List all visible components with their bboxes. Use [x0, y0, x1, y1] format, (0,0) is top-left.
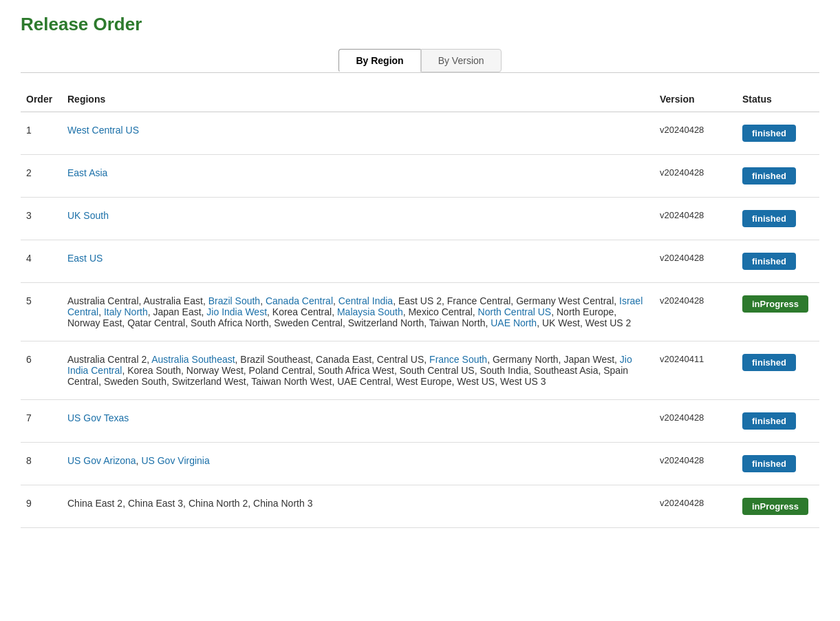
- region-link[interactable]: US Gov Virginia: [141, 455, 209, 466]
- cell-status: finished: [737, 400, 819, 443]
- region-text: , East US 2, France Central, Germany Wes…: [393, 295, 619, 306]
- region-text: ,: [98, 306, 104, 317]
- cell-regions: UK South: [62, 198, 654, 240]
- cell-version: v20240428: [654, 240, 737, 283]
- cell-status: finished: [737, 341, 819, 400]
- status-badge: inProgress: [742, 295, 808, 313]
- region-link[interactable]: UK South: [67, 210, 109, 221]
- cell-order: 3: [21, 198, 62, 240]
- cell-regions: US Gov Texas: [62, 400, 654, 443]
- region-link[interactable]: East US: [67, 253, 103, 264]
- region-link[interactable]: North Central US: [478, 306, 552, 317]
- region-link[interactable]: Brazil South: [208, 295, 260, 306]
- region-link[interactable]: France South: [429, 354, 487, 365]
- cell-order: 2: [21, 155, 62, 198]
- cell-version: v20240428: [654, 155, 737, 198]
- status-badge: finished: [742, 253, 796, 270]
- table-row: 7US Gov Texasv20240428finished: [21, 400, 819, 443]
- cell-regions: US Gov Arizona, US Gov Virginia: [62, 443, 654, 485]
- cell-order: 6: [21, 341, 62, 400]
- status-badge: finished: [742, 354, 796, 371]
- col-header-order: Order: [21, 87, 62, 112]
- cell-version: v20240428: [654, 443, 737, 485]
- region-text: , Korea Central,: [267, 306, 337, 317]
- region-text: , Australia East,: [139, 295, 208, 306]
- release-order-table: Order Regions Version Status 1West Centr…: [21, 87, 819, 528]
- region-link[interactable]: US Gov Arizona: [67, 455, 136, 466]
- region-text: Australia Central: [67, 295, 139, 306]
- region-text: , Korea South, Norway West, Poland Centr…: [67, 365, 628, 387]
- region-text: , Japan East,: [148, 306, 207, 317]
- cell-regions: China East 2, China East 3, China North …: [62, 485, 654, 528]
- status-badge: finished: [742, 167, 796, 185]
- region-text: , Brazil Southeast, Canada East, Central…: [235, 354, 429, 365]
- page-title: Release Order: [21, 14, 819, 35]
- table-row: 9China East 2, China East 3, China North…: [21, 485, 819, 528]
- cell-order: 9: [21, 485, 62, 528]
- cell-status: finished: [737, 240, 819, 283]
- table-row: 5Australia Central, Australia East, Braz…: [21, 283, 819, 341]
- region-text: China East 2, China East 3, China North …: [67, 498, 312, 509]
- region-link[interactable]: Italy North: [104, 306, 148, 317]
- cell-regions: East Asia: [62, 155, 654, 198]
- region-link[interactable]: UAE North: [491, 317, 537, 328]
- region-link[interactable]: Central India: [338, 295, 393, 306]
- cell-version: v20240428: [654, 283, 737, 341]
- status-badge: finished: [742, 455, 796, 472]
- region-link[interactable]: Canada Central: [266, 295, 333, 306]
- table-row: 8US Gov Arizona, US Gov Virginiav2024042…: [21, 443, 819, 485]
- table-row: 4East USv20240428finished: [21, 240, 819, 283]
- col-header-version: Version: [654, 87, 737, 112]
- tab-divider: [21, 72, 819, 73]
- region-text: , Mexico Central,: [403, 306, 478, 317]
- region-link[interactable]: East Asia: [67, 167, 107, 178]
- cell-status: finished: [737, 112, 819, 155]
- table-row: 6Australia Central 2, Australia Southeas…: [21, 341, 819, 400]
- cell-version: v20240428: [654, 198, 737, 240]
- cell-status: finished: [737, 443, 819, 485]
- cell-version: v20240428: [654, 112, 737, 155]
- cell-regions: West Central US: [62, 112, 654, 155]
- region-link[interactable]: Malaysia South: [337, 306, 403, 317]
- status-badge: finished: [742, 210, 796, 227]
- cell-order: 8: [21, 443, 62, 485]
- cell-order: 1: [21, 112, 62, 155]
- region-link[interactable]: West Central US: [67, 125, 139, 136]
- status-badge: finished: [742, 412, 796, 430]
- cell-order: 5: [21, 283, 62, 341]
- region-text: , UK West, West US 2: [537, 317, 631, 328]
- region-text: , Germany North, Japan West,: [487, 354, 620, 365]
- cell-order: 7: [21, 400, 62, 443]
- tab-by-region[interactable]: By Region: [338, 49, 420, 72]
- cell-status: finished: [737, 155, 819, 198]
- status-badge: finished: [742, 125, 796, 142]
- tab-by-version[interactable]: By Version: [421, 49, 502, 72]
- region-text: Australia Central 2: [67, 354, 147, 365]
- cell-status: finished: [737, 198, 819, 240]
- region-link[interactable]: Jio India West: [206, 306, 267, 317]
- table-row: 1West Central USv20240428finished: [21, 112, 819, 155]
- table-header-row: Order Regions Version Status: [21, 87, 819, 112]
- cell-version: v20240428: [654, 400, 737, 443]
- region-link[interactable]: US Gov Texas: [67, 412, 129, 423]
- table-row: 2East Asiav20240428finished: [21, 155, 819, 198]
- region-text: ,: [260, 295, 266, 306]
- cell-order: 4: [21, 240, 62, 283]
- cell-regions: East US: [62, 240, 654, 283]
- cell-status: inProgress: [737, 283, 819, 341]
- cell-version: v20240428: [654, 485, 737, 528]
- cell-regions: Australia Central, Australia East, Brazi…: [62, 283, 654, 341]
- region-link[interactable]: Australia Southeast: [151, 354, 235, 365]
- cell-version: v20240411: [654, 341, 737, 400]
- tab-bar: By Region By Version: [21, 49, 819, 72]
- region-text: ,: [333, 295, 338, 306]
- cell-regions: Australia Central 2, Australia Southeast…: [62, 341, 654, 400]
- table-row: 3UK Southv20240428finished: [21, 198, 819, 240]
- status-badge: inProgress: [742, 498, 808, 515]
- col-header-status: Status: [737, 87, 819, 112]
- cell-status: inProgress: [737, 485, 819, 528]
- col-header-regions: Regions: [62, 87, 654, 112]
